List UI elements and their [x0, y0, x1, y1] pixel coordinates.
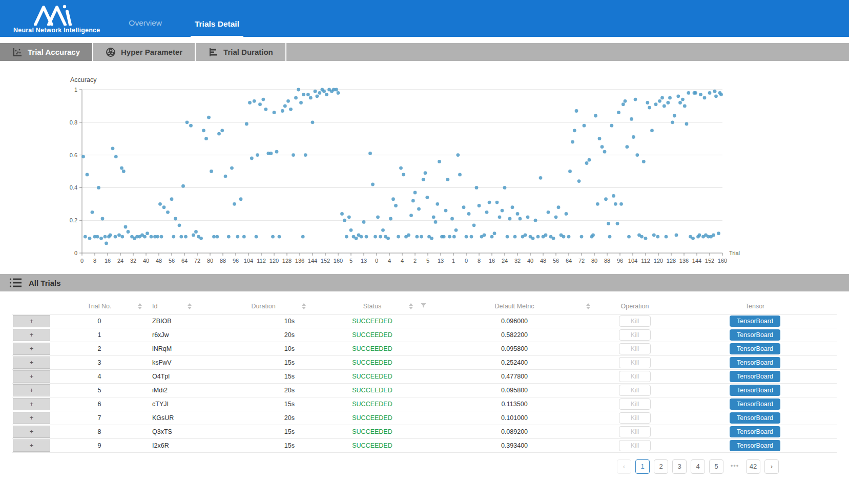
- duration-cell: 20s: [215, 411, 312, 425]
- tensorboard-button[interactable]: TensorBoard: [730, 371, 780, 382]
- kill-button[interactable]: Kill: [619, 385, 651, 396]
- svg-text:128: 128: [282, 258, 292, 264]
- trials-table-wrap: Trial No. Id Duration Status: [12, 299, 837, 453]
- page-button-5[interactable]: 5: [709, 459, 723, 474]
- duration-cell: 15s: [215, 397, 312, 411]
- expand-row-button[interactable]: +: [13, 412, 50, 424]
- tensorboard-button[interactable]: TensorBoard: [730, 440, 780, 451]
- expand-row-button[interactable]: +: [13, 398, 50, 410]
- svg-text:120: 120: [270, 258, 279, 264]
- tensorboard-button[interactable]: TensorBoard: [730, 316, 780, 327]
- tab-hyper-parameter[interactable]: Hyper Parameter: [93, 43, 196, 61]
- page-button-4[interactable]: 4: [691, 459, 705, 474]
- table-row: + 2 iNRqM 10s SUCCEEDED 0.095800 Kill Te…: [12, 342, 837, 355]
- svg-text:72: 72: [194, 258, 200, 264]
- table-row: + 9 I2x6R 15s SUCCEEDED 0.393400 Kill Te…: [12, 438, 837, 452]
- tensorboard-button[interactable]: TensorBoard: [730, 412, 780, 424]
- trial-id-cell: iNRqM: [148, 342, 215, 355]
- sort-icon[interactable]: [586, 303, 590, 309]
- trials-table: Trial No. Id Duration Status: [12, 299, 837, 453]
- kill-button[interactable]: Kill: [619, 440, 651, 451]
- kill-button[interactable]: Kill: [619, 329, 651, 341]
- page-button-2[interactable]: 2: [654, 459, 668, 474]
- page-ellipsis: •••: [728, 459, 742, 474]
- tensorboard-button[interactable]: TensorBoard: [730, 343, 780, 354]
- tensorboard-button[interactable]: TensorBoard: [730, 385, 780, 396]
- filter-icon[interactable]: [421, 303, 426, 310]
- kill-button[interactable]: Kill: [619, 398, 651, 410]
- svg-text:88: 88: [220, 258, 226, 264]
- column-header-tensor: Tensor: [673, 299, 837, 314]
- svg-text:40: 40: [527, 258, 533, 264]
- column-header-status[interactable]: Status: [312, 299, 432, 314]
- tab-trial-accuracy[interactable]: Trial Accuracy: [0, 43, 93, 61]
- sort-icon[interactable]: [302, 303, 306, 309]
- tensorboard-button[interactable]: TensorBoard: [730, 357, 780, 368]
- svg-text:13: 13: [361, 258, 367, 264]
- kill-button[interactable]: Kill: [619, 357, 651, 368]
- table-row: + 6 cTYJI 15s SUCCEEDED 0.113500 Kill Te…: [12, 397, 837, 411]
- column-header-default-metric[interactable]: Default Metric: [432, 299, 596, 314]
- trial-id-cell: KGsUR: [148, 411, 215, 425]
- expand-row-button[interactable]: +: [13, 329, 50, 341]
- svg-text:112: 112: [641, 258, 650, 264]
- svg-text:56: 56: [169, 258, 175, 264]
- metric-cell: 0.393400: [432, 438, 596, 452]
- status-badge: SUCCEEDED: [312, 425, 432, 438]
- tensorboard-button[interactable]: TensorBoard: [730, 398, 780, 410]
- svg-text:56: 56: [553, 258, 559, 264]
- expand-row-button[interactable]: +: [13, 356, 50, 369]
- column-header-id[interactable]: Id: [148, 299, 215, 314]
- expand-row-button[interactable]: +: [13, 384, 50, 396]
- svg-text:0: 0: [74, 250, 77, 256]
- duration-cell: 15s: [215, 425, 312, 438]
- status-badge: SUCCEEDED: [312, 369, 432, 383]
- metric-cell: 0.095800: [432, 383, 596, 397]
- expand-row-button[interactable]: +: [13, 426, 50, 438]
- tensorboard-button[interactable]: TensorBoard: [730, 426, 780, 437]
- nni-logo-icon: [32, 4, 81, 26]
- expand-row-button[interactable]: +: [13, 343, 50, 355]
- duration-cell: 20s: [215, 383, 312, 397]
- svg-text:5: 5: [349, 258, 353, 264]
- expand-row-button[interactable]: +: [13, 370, 50, 383]
- next-page-button[interactable]: ›: [764, 459, 779, 474]
- nav-trials-detail[interactable]: Trials Detail: [191, 19, 243, 37]
- column-header-duration[interactable]: Duration: [215, 299, 312, 314]
- svg-text:4: 4: [388, 258, 391, 264]
- kill-button[interactable]: Kill: [619, 343, 651, 354]
- kill-button[interactable]: Kill: [619, 371, 651, 382]
- kill-button[interactable]: Kill: [619, 316, 651, 327]
- metric-cell: 0.252400: [432, 355, 596, 369]
- svg-text:104: 104: [628, 258, 637, 264]
- sort-icon[interactable]: [409, 303, 413, 309]
- expand-row-button[interactable]: +: [13, 315, 50, 327]
- svg-text:16: 16: [489, 258, 495, 264]
- nav-overview[interactable]: Overview: [125, 18, 166, 37]
- prev-page-button[interactable]: ‹: [617, 459, 631, 474]
- svg-text:144: 144: [308, 258, 317, 264]
- expand-row-button[interactable]: +: [13, 439, 50, 452]
- page-button-3[interactable]: 3: [672, 459, 687, 474]
- column-header-trial-no[interactable]: Trial No.: [51, 299, 148, 314]
- table-row: + 1 r6xJw 20s SUCCEEDED 0.582200 Kill Te…: [12, 328, 837, 342]
- table-row: + 0 ZBIOB 10s SUCCEEDED 0.096000 Kill Te…: [12, 314, 837, 328]
- tab-trial-duration[interactable]: Trial Duration: [196, 43, 286, 61]
- kill-button[interactable]: Kill: [619, 426, 651, 437]
- tensorboard-button[interactable]: TensorBoard: [730, 329, 780, 341]
- trial-id-cell: ksFwV: [148, 355, 215, 369]
- sort-icon[interactable]: [138, 303, 142, 309]
- svg-text:96: 96: [233, 258, 239, 264]
- svg-text:144: 144: [692, 258, 701, 264]
- metric-cell: 0.582200: [432, 328, 596, 342]
- sort-icon[interactable]: [188, 303, 192, 309]
- trial-id-cell: r6xJw: [148, 328, 215, 342]
- page-button-1[interactable]: 1: [635, 459, 650, 474]
- trial-id-cell: I2x6R: [148, 438, 215, 452]
- page-button-42[interactable]: 42: [746, 459, 760, 474]
- list-icon: [9, 277, 23, 288]
- svg-text:64: 64: [181, 258, 188, 264]
- kill-button[interactable]: Kill: [619, 412, 651, 424]
- trial-no-cell: 4: [51, 369, 148, 383]
- main-nav: Overview Trials Detail: [125, 0, 268, 37]
